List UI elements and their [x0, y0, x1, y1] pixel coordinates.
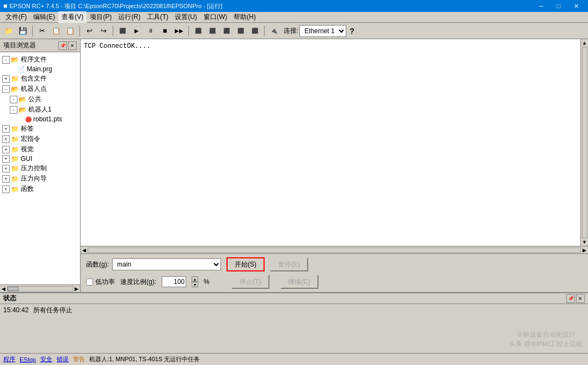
tree-item[interactable]: -机器人1	[0, 104, 80, 115]
tb-connect[interactable]: 🔌	[267, 24, 280, 38]
lowpower-label[interactable]: 低功率	[86, 277, 115, 287]
tree-label: 公共	[28, 95, 41, 104]
scroll-left-btn[interactable]: ◀	[0, 286, 7, 292]
tree-item[interactable]: +GUI	[0, 154, 80, 163]
run-bottom: 低功率 速度比例(g): ▲ ▼ % 停止(T) 继续(C)	[86, 275, 583, 289]
status-error[interactable]: 错误	[57, 355, 69, 363]
close-button[interactable]: ✕	[567, 0, 585, 12]
tb-robot[interactable]: ⬛	[220, 24, 233, 38]
tree-toggle[interactable]: +	[2, 146, 10, 153]
tree-toggle[interactable]: -	[2, 85, 10, 93]
tb-sep2	[79, 26, 80, 36]
tree-item[interactable]: -程序文件	[0, 54, 80, 65]
panel-pin[interactable]: 📌	[58, 41, 67, 50]
pause-button[interactable]: 暂停(E)	[270, 257, 308, 271]
tb-new[interactable]: 📁	[2, 24, 15, 38]
tree-item[interactable]: +压力控制	[0, 163, 80, 174]
menu-edit[interactable]: 编辑(E)	[30, 11, 58, 23]
tb-run2[interactable]: ▶▶	[173, 24, 186, 38]
menu-help[interactable]: 帮助(H)	[230, 11, 259, 23]
scroll-down-btn[interactable]: ▼	[581, 238, 588, 246]
tree-toggle[interactable]: +	[2, 165, 10, 172]
menu-project[interactable]: 项目(P)	[87, 11, 115, 23]
function-label: 函数(g):	[86, 260, 109, 269]
tree-item[interactable]: Main.prg	[0, 65, 80, 73]
connection-select[interactable]: Ethernet 1	[299, 25, 346, 37]
tb-cut[interactable]: ✂	[35, 24, 48, 38]
bottom-strip: 程序 EStop 安全 错误 警告 机器人:1, MNP01, TS-401S …	[0, 353, 588, 365]
menu-run[interactable]: 运行(R)	[115, 11, 144, 23]
tree-toggle[interactable]: +	[2, 185, 10, 193]
tb-undo[interactable]: ↩	[83, 24, 96, 38]
tb-redo[interactable]: ↪	[97, 24, 110, 38]
tree-icon-folder-closed	[11, 155, 19, 163]
tree-toggle[interactable]: -	[10, 106, 17, 114]
status-program[interactable]: 程序	[3, 355, 15, 363]
h-scroll-left[interactable]: ◀	[81, 248, 88, 253]
tb-copy[interactable]: 📋	[50, 24, 63, 38]
scroll-right-btn[interactable]: ▶	[73, 286, 80, 292]
tree-icon-file-prg	[17, 66, 25, 73]
tree-toggle[interactable]: +	[2, 155, 10, 163]
output-area[interactable]: TCP ConnectOK....	[81, 39, 580, 246]
tb-pause1[interactable]: ⏸	[144, 24, 157, 38]
tree-item[interactable]: robot1.pts	[0, 115, 80, 123]
tree-label: 函数	[21, 184, 34, 194]
menu-window[interactable]: 窗口(W)	[200, 11, 230, 23]
tb-stop1[interactable]: ⏹	[158, 24, 171, 38]
function-select[interactable]: main	[112, 258, 221, 270]
tb-paste[interactable]: 📋	[64, 24, 77, 38]
minimize-button[interactable]: ─	[532, 0, 550, 12]
tree-toggle[interactable]: +	[2, 75, 10, 83]
tree-icon-folder-closed	[11, 146, 19, 153]
continue-button[interactable]: 继续(C)	[280, 275, 318, 289]
tree-item[interactable]: +宏指令	[0, 134, 80, 144]
tree-toggle[interactable]: -	[2, 56, 10, 64]
stop-button[interactable]: 停止(T)	[231, 275, 270, 289]
lowpower-checkbox[interactable]	[86, 279, 93, 286]
menu-settings[interactable]: 设置(U)	[171, 11, 200, 23]
tb-sep3	[113, 26, 113, 36]
tb-monitor[interactable]: ⬛	[206, 24, 219, 38]
tb-io[interactable]: ⬛	[192, 24, 205, 38]
tb-save[interactable]: 💾	[16, 24, 29, 38]
menu-view[interactable]: 查看(V)	[58, 11, 87, 23]
speed-up-btn[interactable]: ▲	[192, 276, 198, 282]
status-safe[interactable]: 安全	[40, 355, 52, 363]
start-button[interactable]: 开始(S)	[226, 257, 265, 271]
panel-close[interactable]: ✕	[68, 41, 77, 50]
speed-down-btn[interactable]: ▼	[192, 282, 198, 287]
h-scroll-right[interactable]: ▶	[581, 248, 588, 253]
status-pin[interactable]: 📌	[566, 294, 575, 303]
tree-toggle[interactable]: +	[2, 135, 10, 143]
tree-toggle[interactable]: +	[2, 125, 10, 133]
tb-run1[interactable]: ▶	[130, 24, 143, 38]
tree-icon-folder-closed	[11, 175, 19, 183]
tree-item[interactable]: +包含文件	[0, 73, 80, 84]
status-bar: 15:40:42 所有任务停止	[0, 304, 588, 316]
tree-item[interactable]: +标签	[0, 123, 80, 134]
status-close[interactable]: ✕	[576, 294, 585, 303]
tb-cam[interactable]: ⬛	[234, 24, 247, 38]
left-horizontal-scrollbar[interactable]: ◀ ▶	[0, 284, 80, 292]
menu-tools[interactable]: 工具(T)	[144, 11, 171, 23]
tree-toggle[interactable]: +	[2, 175, 10, 183]
tree-item[interactable]: -机器人点	[0, 84, 80, 94]
menu-file[interactable]: 文件(F)	[2, 11, 30, 23]
tb-build[interactable]: ⬛	[116, 24, 129, 38]
tree-item[interactable]: +视觉	[0, 144, 80, 154]
tree-icon-folder-open	[11, 56, 19, 64]
horizontal-scrollbar[interactable]: ◀ ▶	[81, 246, 588, 253]
status-estop[interactable]: EStop	[20, 356, 36, 363]
tb-hand[interactable]: ⬛	[248, 24, 261, 38]
vertical-scrollbar[interactable]: ▲ ▼	[580, 39, 588, 246]
tree-item[interactable]: -公共	[0, 94, 80, 104]
tree-item[interactable]: +压力向导	[0, 174, 80, 184]
tree-toggle[interactable]: -	[10, 96, 17, 103]
window-controls: ─ □ ✕	[532, 0, 585, 12]
help-btn[interactable]: ?	[350, 27, 354, 35]
speed-input[interactable]	[162, 276, 186, 287]
scroll-up-btn[interactable]: ▲	[581, 39, 588, 47]
restore-button[interactable]: □	[550, 0, 567, 12]
tree-item[interactable]: +函数	[0, 184, 80, 194]
